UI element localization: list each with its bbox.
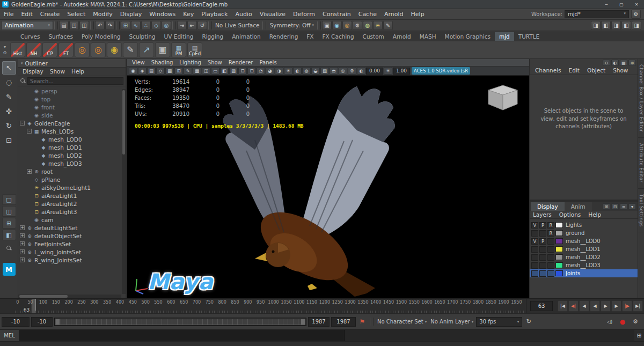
- outliner-item-aiarealight2[interactable]: ⊡aiAreaLight2: [18, 200, 126, 208]
- redo-icon[interactable]: ↷: [105, 21, 115, 30]
- shelf-tab-curves[interactable]: Curves: [16, 32, 44, 41]
- outliner-item-cam[interactable]: ◉cam: [18, 216, 126, 224]
- layer-row-mesh-lod1[interactable]: mesh__LOD1: [530, 245, 638, 253]
- select-camera-icon[interactable]: ◉: [129, 67, 137, 75]
- step-back-frame-button[interactable]: ◀: [579, 300, 589, 312]
- channel-menu-show[interactable]: Show: [610, 67, 631, 75]
- layer-visibility-toggle[interactable]: V: [531, 238, 538, 245]
- shelf-tab-custom[interactable]: Custom: [358, 32, 389, 41]
- outliner-menu-help[interactable]: Help: [69, 68, 87, 76]
- lock-camera-icon[interactable]: ◈: [138, 67, 147, 75]
- minimize-button[interactable]: ─: [599, 0, 614, 9]
- time-ruler[interactable]: 0501001502002503003504004505005506006507…: [15, 299, 526, 313]
- expand-expander[interactable]: +: [20, 225, 25, 230]
- shelf-gear-icon[interactable]: ⚙: [3, 50, 6, 55]
- layer-visibility-toggle[interactable]: [531, 270, 538, 277]
- outliner-item-aiskydomelight1[interactable]: ☀aiSkyDomeLight1: [18, 183, 126, 192]
- toggle-hypershade-panel-icon[interactable]: ◧: [601, 21, 611, 30]
- rotate-tool[interactable]: ↻: [2, 119, 16, 132]
- outliner-item-persp[interactable]: ◉persp: [18, 87, 126, 95]
- expand-expander[interactable]: +: [20, 233, 25, 238]
- layer-row-lights[interactable]: VPRLights: [530, 221, 638, 229]
- isolate-select-icon[interactable]: ◎: [339, 67, 347, 75]
- volume-icon[interactable]: ◁): [605, 317, 614, 327]
- screen-space-ao-icon[interactable]: ◍: [302, 67, 311, 75]
- open-scene-icon[interactable]: ◳: [69, 21, 79, 30]
- maximize-button[interactable]: ▢: [614, 0, 629, 9]
- layer-menu-options[interactable]: Options: [556, 211, 584, 218]
- layer-reference-toggle[interactable]: R: [547, 230, 554, 237]
- outliner-item-mesh-lod2[interactable]: ◆mesh_LOD2: [18, 151, 126, 159]
- range-end-handle[interactable]: [301, 319, 305, 325]
- layer-tab-anim[interactable]: Anim: [565, 202, 592, 211]
- exposure-icon[interactable]: ◐: [357, 67, 365, 75]
- symmetry-selector[interactable]: Symmetry: Off ▾: [267, 22, 316, 28]
- workspace-selector[interactable]: mjd* ▾: [565, 10, 629, 18]
- multisample-icon[interactable]: ▧: [320, 67, 329, 75]
- exposure-field[interactable]: 0.00: [366, 68, 383, 75]
- toggle-modeling-toolkit-icon[interactable]: ◨: [591, 21, 601, 30]
- character-set-selector[interactable]: No Character Set ▾: [376, 319, 428, 325]
- expand-expander[interactable]: +: [27, 169, 32, 174]
- collapse-expander[interactable]: -: [20, 121, 25, 126]
- outliner-item-feetjointsset[interactable]: +⊛FeetJointsSet: [18, 240, 126, 248]
- menu-modify[interactable]: Modify: [89, 9, 116, 19]
- play-backwards-button[interactable]: ◀: [590, 300, 600, 312]
- expand-expander[interactable]: +: [20, 257, 25, 262]
- toggle-tool-settings-icon[interactable]: ◧: [621, 21, 631, 30]
- field-chart-icon[interactable]: ▨: [229, 67, 238, 75]
- viewport-gear-icon[interactable]: ⚙: [348, 67, 356, 75]
- render-current-frame-icon[interactable]: ◉: [332, 21, 342, 30]
- xray-icon[interactable]: ◓: [330, 67, 338, 75]
- menu-file[interactable]: File: [0, 9, 17, 19]
- shelf-tab-fx-caching[interactable]: FX Caching: [318, 32, 358, 41]
- layer-visibility-toggle[interactable]: V: [531, 222, 538, 229]
- layer-reference-toggle[interactable]: [547, 254, 554, 261]
- move-layer-icon[interactable]: ≡: [620, 203, 627, 210]
- shelf-menu-icon[interactable]: ▾: [4, 45, 6, 49]
- menu-windows[interactable]: Windows: [145, 9, 179, 19]
- layer-color-swatch[interactable]: [555, 238, 563, 244]
- shelf-rings-button[interactable]: ◉: [107, 42, 122, 57]
- film-gate-icon[interactable]: ◫: [202, 67, 210, 75]
- gamma-field[interactable]: 1.00: [393, 68, 410, 75]
- outliner-item-defaultobjectset[interactable]: +⊛defaultObjectSet: [18, 232, 126, 240]
- toggle-attribute-editor-icon[interactable]: ◨: [611, 21, 621, 30]
- shelf-arrow-button[interactable]: ↗: [139, 42, 154, 57]
- shelf-pencil-button[interactable]: ✎: [123, 42, 138, 57]
- layer-reference-toggle[interactable]: [547, 270, 554, 277]
- layer-row-ground[interactable]: Rground: [530, 229, 638, 237]
- layer-visibility-toggle[interactable]: [531, 254, 538, 261]
- channel-speed-icon[interactable]: ◐: [611, 60, 619, 66]
- layer-playback-toggle[interactable]: [539, 246, 546, 253]
- menu-help[interactable]: Help: [407, 9, 428, 19]
- output-connections-icon[interactable]: ⇤: [187, 21, 197, 30]
- resolution-gate-icon[interactable]: ▭: [211, 67, 219, 75]
- side-tab-tool-settings[interactable]: Tool Settings: [638, 189, 644, 233]
- outliner-item-pplane[interactable]: ◇pPlane: [18, 175, 126, 183]
- shelf-tab-mjd[interactable]: mjd: [495, 32, 514, 41]
- step-forward-frame-button[interactable]: ▶: [611, 300, 621, 312]
- safe-action-icon[interactable]: ⊟: [238, 67, 247, 75]
- outliner-item-root[interactable]: +⊕root: [18, 167, 126, 175]
- shelf-torus1-button[interactable]: ◎: [75, 42, 90, 57]
- snap-grid-icon[interactable]: ⊞: [121, 21, 130, 30]
- channel-pin-icon[interactable]: ⊙: [603, 60, 610, 66]
- menu-select[interactable]: Select: [63, 9, 89, 19]
- expand-expander[interactable]: +: [20, 249, 25, 254]
- channel-menu-object[interactable]: Object: [584, 67, 609, 75]
- shelf-tab-arnold[interactable]: Arnold: [389, 32, 415, 41]
- bookmarks-icon[interactable]: ◇: [156, 67, 165, 75]
- layer-playback-toggle[interactable]: [539, 230, 546, 237]
- menu-constrain[interactable]: Constrain: [319, 9, 355, 19]
- expand-expander[interactable]: +: [20, 241, 25, 246]
- layout-single-pane-button[interactable]: □: [2, 194, 16, 205]
- menu-visualize[interactable]: Visualize: [256, 9, 289, 19]
- shelf-tab-uv-editing[interactable]: UV Editing: [160, 32, 198, 41]
- shelf-ft-button[interactable]: FT: [58, 42, 74, 57]
- layer-playback-toggle[interactable]: [539, 254, 546, 261]
- shelf-tab-animation[interactable]: Animation: [228, 32, 265, 41]
- scrollbar-thumb[interactable]: [19, 295, 68, 298]
- shelf-tab-sculpting[interactable]: Sculpting: [125, 32, 160, 41]
- shelf-tab-rendering[interactable]: Rendering: [265, 32, 303, 41]
